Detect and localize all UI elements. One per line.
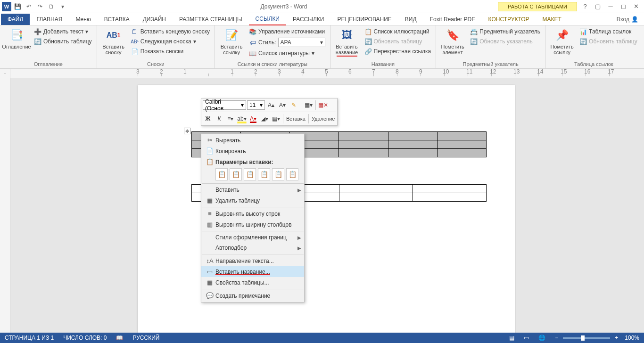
redo-icon[interactable]: ↷ xyxy=(35,1,45,12)
insert-footnote-button[interactable]: AB1 Вставить сноску xyxy=(100,27,127,56)
borders-icon[interactable]: ▦▾ xyxy=(271,114,281,124)
zoom-in-button[interactable]: + xyxy=(613,335,620,341)
ctx-cut[interactable]: ✂Вырезать xyxy=(201,135,304,146)
paste-nest-icon[interactable]: 📋 xyxy=(244,168,256,180)
toa-icon: 📊 xyxy=(579,28,587,35)
update-toc-button[interactable]: 🔄Обновить таблицу xyxy=(32,37,94,46)
ctx-distribute-rows[interactable]: ≡Выровнять высоту строк xyxy=(201,208,304,219)
manage-sources-button[interactable]: 📚Управление источниками xyxy=(247,27,327,36)
add-text-button[interactable]: ➕Добавить текст▾ xyxy=(32,27,94,36)
ctx-insert[interactable]: Вставить▶ xyxy=(201,185,304,195)
ctx-new-comment[interactable]: 💬Создать примечание xyxy=(201,290,304,301)
ctx-text-direction[interactable]: ↕AНаправление текста... xyxy=(201,255,304,266)
format-painter-icon[interactable]: ✎ xyxy=(289,100,299,110)
ctx-insert-caption[interactable]: ▭Вставить название... xyxy=(201,266,304,277)
ctx-distribute-cols[interactable]: ▥Выровнять ширину столбцов xyxy=(201,219,304,230)
ribbon-display-icon[interactable]: ▢ xyxy=(592,1,604,12)
bibliography-button[interactable]: 📖Список литературы▾ xyxy=(247,49,327,58)
table-delete-icon[interactable]: ▦✕ xyxy=(318,100,328,110)
mark-citation-button[interactable]: 📌 Пометить ссылку xyxy=(548,27,576,56)
ctx-delete-table[interactable]: ▦Удалить таблицу xyxy=(201,195,304,206)
minimize-icon[interactable]: ─ xyxy=(604,1,617,12)
help-icon[interactable]: ? xyxy=(579,1,591,12)
update-index-button[interactable]: 🔄Обновить указатель xyxy=(468,37,542,46)
font-size-select[interactable]: 11▾ xyxy=(247,100,265,110)
tab-view[interactable]: ВИД xyxy=(398,14,423,25)
cut-icon: ✂ xyxy=(204,137,215,144)
tab-tabletools-design[interactable]: КОНСТРУКТОР xyxy=(482,14,536,25)
horizontal-ruler[interactable]: 321 12 345 678 91011 121314 151617 xyxy=(10,69,644,78)
bold-icon[interactable]: Ж xyxy=(203,114,213,124)
table-insert-icon[interactable]: ▦▾ xyxy=(303,100,314,110)
table-of-figures-button[interactable]: 📋Список иллюстраций xyxy=(363,27,433,36)
paste-keep-source-icon[interactable]: 📋 xyxy=(215,168,228,180)
bibliography-icon: 📖 xyxy=(249,49,256,57)
ctx-table-properties[interactable]: ▦Свойства таблицы... xyxy=(201,277,304,288)
tab-tabletools-layout[interactable]: МАКЕТ xyxy=(536,14,568,25)
align-icon[interactable]: ≡▾ xyxy=(225,114,236,124)
font-family-select[interactable]: Calibri (Основ▾ xyxy=(203,100,246,110)
undo-icon[interactable]: ↶ xyxy=(24,1,34,12)
tab-page-layout[interactable]: РАЗМЕТКА СТРАНИЦЫ xyxy=(173,14,249,25)
tab-menu[interactable]: Меню xyxy=(69,14,97,25)
paste-text-only-icon[interactable]: 📋 xyxy=(286,168,298,180)
refresh-icon: 🔄 xyxy=(470,38,478,45)
toc-button[interactable]: 📑 Оглавление xyxy=(3,27,30,50)
update-figures-button[interactable]: 🔄Обновить таблицу xyxy=(363,37,433,46)
paste-picture-icon[interactable]: 📋 xyxy=(272,168,284,180)
italic-icon[interactable]: К xyxy=(214,114,224,124)
crossref-icon: 🔗 xyxy=(364,48,372,55)
tab-references[interactable]: ССЫЛКИ xyxy=(249,13,286,25)
mark-index-entry-button[interactable]: 🔖 Пометить элемент xyxy=(439,27,466,56)
tab-review[interactable]: РЕЦЕНЗИРОВАНИЕ xyxy=(330,14,398,25)
paste-merge-icon[interactable]: 📋 xyxy=(230,168,242,180)
zoom-out-button[interactable]: − xyxy=(553,335,560,341)
tab-file[interactable]: ФАЙЛ xyxy=(1,14,30,25)
insert-endnote-button[interactable]: 🗒Вставить концевую сноску xyxy=(129,27,212,36)
grow-font-icon[interactable]: A▴ xyxy=(266,100,276,110)
insert-toa-button[interactable]: 📊Таблица ссылок xyxy=(578,27,639,36)
tab-insert[interactable]: ВСТАВКА xyxy=(98,14,136,25)
view-web-layout-icon[interactable]: 🌐 xyxy=(537,335,547,341)
insert-caption-button[interactable]: 🖼 Вставить название xyxy=(333,27,361,57)
mark-icon: 🔖 xyxy=(445,28,460,43)
show-notes-button[interactable]: 📄Показать сноски xyxy=(129,47,212,56)
insert-citation-button[interactable]: 📝 Вставить ссылку xyxy=(218,27,245,56)
view-print-layout-icon[interactable]: ▤ xyxy=(507,335,516,341)
table-move-handle[interactable]: ✥ xyxy=(184,128,190,134)
status-proofing-icon[interactable]: 📖 xyxy=(114,335,125,341)
ctx-copy[interactable]: 📄Копировать xyxy=(201,146,304,156)
zoom-level[interactable]: 100% xyxy=(623,335,641,341)
paste-link-icon[interactable]: 📋 xyxy=(258,168,270,180)
font-color-icon[interactable]: A▾ xyxy=(248,114,258,124)
vertical-ruler[interactable] xyxy=(0,78,10,333)
tab-design[interactable]: ДИЗАЙН xyxy=(136,14,173,25)
status-wordcount[interactable]: ЧИСЛО СЛОВ: 0 xyxy=(61,335,108,341)
sign-in[interactable]: Вход👤 xyxy=(612,14,643,25)
tab-foxit[interactable]: Foxit Reader PDF xyxy=(423,14,482,25)
zoom-slider[interactable] xyxy=(563,337,610,339)
group-label: Оглавление xyxy=(3,60,94,68)
shading-icon[interactable]: ◢▾ xyxy=(259,114,270,124)
citation-style-select[interactable]: APA▾ xyxy=(278,38,325,47)
view-read-mode-icon[interactable]: ▭ xyxy=(522,335,531,341)
tab-mailings[interactable]: РАССЫЛКИ xyxy=(286,14,330,25)
maximize-icon[interactable]: ◻ xyxy=(617,1,629,12)
shrink-font-icon[interactable]: A▾ xyxy=(277,100,288,110)
comment-icon: 💬 xyxy=(204,292,215,299)
next-footnote-button[interactable]: AB¹Следующая сноска▾ xyxy=(129,37,212,46)
save-icon[interactable]: 💾 xyxy=(12,1,23,12)
close-icon[interactable]: ✕ xyxy=(630,1,642,12)
cross-reference-button[interactable]: 🔗Перекрестная ссылка xyxy=(363,47,433,56)
status-page[interactable]: СТРАНИЦА 1 ИЗ 1 xyxy=(3,335,56,341)
update-toa-button[interactable]: 🔄Обновить таблицу xyxy=(578,37,639,46)
ctx-autofit[interactable]: Автоподбор▶ xyxy=(201,243,304,253)
tab-home[interactable]: ГЛАВНАЯ xyxy=(30,14,69,25)
highlight-icon[interactable]: ab▾ xyxy=(237,114,247,124)
index-icon: 📇 xyxy=(470,28,478,35)
insert-index-button[interactable]: 📇Предметный указатель xyxy=(468,27,542,36)
new-doc-icon[interactable]: 🗋 xyxy=(46,1,57,12)
qat-customize-icon[interactable]: ▾ xyxy=(58,1,68,12)
ctx-border-styles[interactable]: Стили оформления границ▶ xyxy=(201,232,304,243)
status-language[interactable]: РУССКИЙ xyxy=(131,335,161,341)
